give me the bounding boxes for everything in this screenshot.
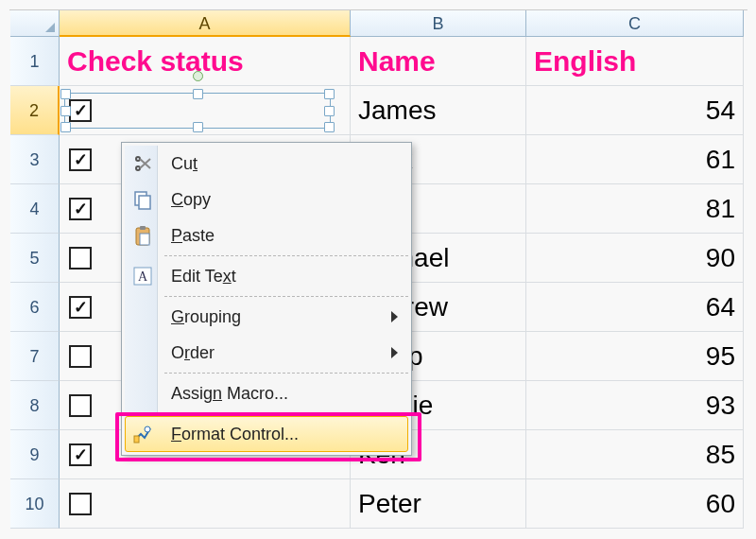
menu-item-label: Order <box>171 343 215 362</box>
submenu-arrow-icon <box>391 347 398 358</box>
row-header-5[interactable]: 5 <box>10 234 60 283</box>
cell-a2[interactable]: ✓ <box>60 86 351 135</box>
submenu-arrow-icon <box>391 311 398 322</box>
checkbox-row-7[interactable] <box>69 345 92 368</box>
menu-item-copy[interactable]: Copy <box>125 182 408 217</box>
menu-item-label: Cut <box>171 154 198 173</box>
select-all-corner[interactable] <box>10 10 60 37</box>
menu-item-label: Assign Macro... <box>171 384 288 403</box>
cell-c9[interactable]: 85 <box>526 430 744 479</box>
header-c[interactable]: English <box>526 37 744 86</box>
svg-rect-7 <box>134 436 139 443</box>
cell-c2[interactable]: 54 <box>526 86 744 135</box>
copy-icon <box>131 188 154 211</box>
column-header-A[interactable]: A <box>60 10 351 37</box>
checkbox-row-10[interactable] <box>69 493 92 515</box>
cell-b10[interactable]: Peter <box>351 479 526 529</box>
cell-c10[interactable]: 60 <box>526 479 744 529</box>
checkbox-row-3[interactable]: ✓ <box>69 148 92 171</box>
row-header-4[interactable]: 4 <box>10 184 60 234</box>
menu-item-label: Grouping <box>171 307 241 326</box>
row-header-8[interactable]: 8 <box>10 381 60 430</box>
row-header-1[interactable]: 1 <box>10 37 60 86</box>
header-b[interactable]: Name <box>351 37 526 86</box>
context-menu-separator <box>164 255 408 256</box>
svg-text:A: A <box>138 270 148 284</box>
format-control-icon <box>131 423 154 445</box>
cell-c5[interactable]: 90 <box>526 234 744 283</box>
cell-c8[interactable]: 93 <box>526 381 744 430</box>
checkbox-row-6[interactable]: ✓ <box>69 296 92 319</box>
svg-point-8 <box>145 426 150 432</box>
column-header-B[interactable]: B <box>351 10 526 37</box>
menu-item-cut[interactable]: Cut <box>125 146 408 182</box>
row-header-10[interactable]: 10 <box>10 479 60 529</box>
header-a[interactable]: Check status <box>60 37 351 86</box>
menu-item-format-control[interactable]: Format Control... <box>125 416 408 452</box>
checkbox-row-4[interactable]: ✓ <box>69 198 92 220</box>
context-menu-separator <box>164 296 408 297</box>
cell-c7[interactable]: 95 <box>526 332 744 381</box>
context-menu: CutCopyPasteAEdit TextGroupingOrderAssig… <box>121 142 412 456</box>
context-menu-separator <box>164 373 408 374</box>
menu-item-paste[interactable]: Paste <box>125 217 408 253</box>
menu-item-label: Format Control... <box>171 425 299 443</box>
row-header-3[interactable]: 3 <box>10 135 60 184</box>
paste-icon <box>131 224 154 247</box>
row-header-2[interactable]: 2 <box>10 86 60 135</box>
checkbox-row-8[interactable] <box>69 394 92 417</box>
column-headers: ABC <box>60 10 744 37</box>
menu-item-label: Edit Text <box>171 267 236 286</box>
checkbox-row-9[interactable]: ✓ <box>69 443 92 466</box>
checkbox-row-2[interactable]: ✓ <box>69 99 92 122</box>
menu-item-grouping[interactable]: Grouping <box>125 299 408 335</box>
checkbox-row-5[interactable] <box>69 247 92 270</box>
svg-rect-1 <box>139 196 150 209</box>
column-header-C[interactable]: C <box>526 10 744 37</box>
row-headers: 12345678910 <box>10 37 60 529</box>
cell-b2[interactable]: James <box>351 86 526 135</box>
menu-item-edit-text[interactable]: AEdit Text <box>125 258 408 294</box>
cell-c4[interactable]: 81 <box>526 184 744 234</box>
cell-c6[interactable]: 64 <box>526 283 744 332</box>
menu-item-assign-macro[interactable]: Assign Macro... <box>125 375 408 411</box>
spreadsheet-grid: ABC 12345678910 Check statusNameEnglish✓… <box>9 9 747 10</box>
scissors-icon <box>131 152 154 175</box>
menu-item-label: Copy <box>171 190 211 209</box>
cell-a10[interactable] <box>60 479 351 529</box>
row-header-6[interactable]: 6 <box>10 283 60 332</box>
row-header-7[interactable]: 7 <box>10 332 60 381</box>
edit-text-icon: A <box>131 265 154 287</box>
svg-rect-3 <box>140 226 146 230</box>
svg-rect-4 <box>140 234 149 245</box>
menu-item-order[interactable]: Order <box>125 335 408 371</box>
context-menu-separator <box>164 413 408 414</box>
row-header-9[interactable]: 9 <box>10 430 60 479</box>
cell-c3[interactable]: 61 <box>526 135 744 184</box>
menu-item-label: Paste <box>171 226 215 245</box>
